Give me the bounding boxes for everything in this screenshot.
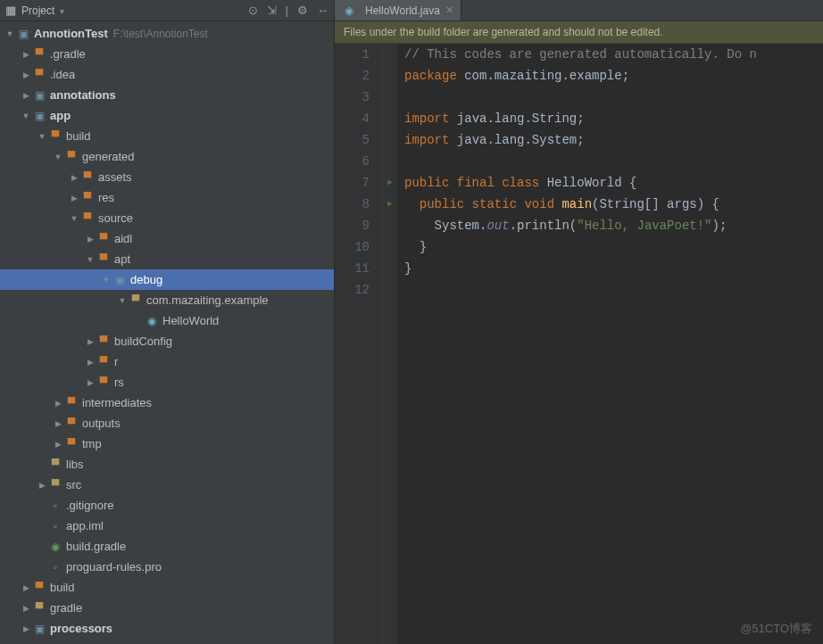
gutter-mark[interactable]: ▶ xyxy=(383,194,397,215)
tree-node[interactable]: ◉HelloWorld xyxy=(0,310,334,331)
tree-node[interactable]: ▀gradle xyxy=(0,598,334,618)
tree-node[interactable]: ▀build xyxy=(0,126,334,146)
gutter-mark xyxy=(383,279,397,301)
expand-arrow[interactable] xyxy=(100,276,112,285)
tree-node[interactable]: ▀src xyxy=(0,475,334,495)
tree-node-label: com.mazaiting.example xyxy=(146,293,269,307)
expand-arrow[interactable] xyxy=(20,583,32,592)
folder-norm-icon: ▀ xyxy=(32,601,46,615)
tree-node-label: build xyxy=(50,581,74,594)
tree-root[interactable]: ▣ AnnotionTest F:\test\AnnotionTest xyxy=(0,23,334,44)
divider: | xyxy=(286,4,288,17)
tree-node[interactable]: ▣processors xyxy=(0,618,334,639)
sidebar-header: ▦ Project ▾ ⊙ ⇲ | ⚙ ↔ xyxy=(0,0,334,21)
tree-node[interactable]: ▀.gradle xyxy=(0,44,334,64)
file-plain-icon: ▫ xyxy=(48,519,62,533)
tree-node[interactable]: ▫.gitignore xyxy=(0,495,334,516)
code-line[interactable] xyxy=(404,87,823,108)
expand-arrow[interactable] xyxy=(52,440,64,449)
tree-node[interactable]: ▀libs xyxy=(0,454,334,475)
code-line[interactable]: } xyxy=(404,236,823,258)
expand-arrow[interactable] xyxy=(84,378,96,387)
tree-node[interactable]: ▀rs xyxy=(0,372,334,392)
hide-icon[interactable]: ↔ xyxy=(317,4,328,17)
tree-node-label: proguard-rules.pro xyxy=(66,560,162,574)
expand-arrow[interactable] xyxy=(84,255,96,264)
folder-red-icon: ▀ xyxy=(32,47,46,62)
code-line[interactable]: } xyxy=(404,258,823,279)
tree-node[interactable]: ▣annotations xyxy=(0,85,334,105)
expand-arrow[interactable] xyxy=(116,296,129,305)
project-path: F:\test\AnnotionTest xyxy=(113,28,208,40)
code-line[interactable]: import java.lang.String; xyxy=(404,108,823,129)
tree-node[interactable]: ▀buildConfig xyxy=(0,331,334,351)
line-number: 2 xyxy=(335,65,370,87)
expand-arrow[interactable] xyxy=(84,358,96,367)
locate-icon[interactable]: ⊙ xyxy=(248,4,258,17)
tree-node-label: source xyxy=(98,211,133,225)
project-tree[interactable]: ▣ AnnotionTest F:\test\AnnotionTest ▀.gr… xyxy=(0,21,334,644)
tree-node[interactable]: ▀generated xyxy=(0,146,334,167)
tree-node[interactable]: ▀intermediates xyxy=(0,392,334,413)
code-area[interactable]: 123456789101112 ▶▶ // This codes are gen… xyxy=(335,44,823,644)
expand-arrow[interactable] xyxy=(68,194,80,202)
expand-arrow[interactable] xyxy=(4,29,16,38)
close-icon[interactable]: ✕ xyxy=(445,4,453,16)
expand-arrow[interactable] xyxy=(20,50,32,59)
code-content[interactable]: // This codes are generated automaticall… xyxy=(397,44,823,644)
tree-node[interactable]: ▀com.mazaiting.example xyxy=(0,290,334,310)
tree-node[interactable]: ▀tmp xyxy=(0,433,334,454)
folder-norm-icon: ▀ xyxy=(129,293,143,308)
line-number: 3 xyxy=(335,87,370,108)
code-line[interactable]: public final class HelloWorld { xyxy=(404,172,823,194)
expand-arrow[interactable] xyxy=(20,91,32,100)
expand-arrow[interactable] xyxy=(84,235,96,244)
tree-node[interactable]: ▀.idea xyxy=(0,64,334,85)
module-icon: ▣ xyxy=(16,27,30,41)
tree-node[interactable]: ▀r xyxy=(0,351,334,372)
tree-node[interactable]: ▫proguard-rules.pro xyxy=(0,557,334,577)
code-line[interactable]: public static void main(String[] args) { xyxy=(404,194,823,215)
expand-arrow[interactable] xyxy=(68,173,80,182)
expand-arrow[interactable] xyxy=(20,111,32,120)
expand-arrow[interactable] xyxy=(52,153,64,161)
project-name: AnnotionTest xyxy=(34,27,108,40)
code-line[interactable]: // This codes are generated automaticall… xyxy=(404,44,823,65)
folder-red-icon: ▀ xyxy=(32,581,46,595)
folder-red-icon: ▀ xyxy=(64,150,79,164)
tab-helloworld[interactable]: ◉ HelloWorld.java ✕ xyxy=(335,0,461,21)
expand-arrow[interactable] xyxy=(52,419,64,428)
tree-node[interactable]: ▀assets xyxy=(0,167,334,187)
tree-node[interactable]: ▫app.iml xyxy=(0,516,334,536)
collapse-icon[interactable]: ⇲ xyxy=(267,4,277,17)
tree-node[interactable]: ▀aidl xyxy=(0,228,334,249)
tree-node[interactable]: ▀build xyxy=(0,577,334,598)
expand-arrow[interactable] xyxy=(68,214,80,223)
project-icon: ▦ xyxy=(5,4,16,17)
expand-arrow[interactable] xyxy=(52,399,64,408)
expand-arrow[interactable] xyxy=(36,481,48,490)
project-view-dropdown[interactable]: ▾ xyxy=(60,4,242,17)
tree-node[interactable]: ▀source xyxy=(0,208,334,228)
folder-mod-icon: ▣ xyxy=(32,622,46,636)
tree-node[interactable]: ▀apt xyxy=(0,249,334,269)
gutter-mark xyxy=(383,236,397,258)
code-line[interactable] xyxy=(404,151,823,172)
tree-node[interactable]: ▣debug xyxy=(0,269,334,290)
expand-arrow[interactable] xyxy=(36,132,48,141)
code-line[interactable]: System.out.println("Hello, JavaPoet!"); xyxy=(404,215,823,236)
tree-node[interactable]: ▣app xyxy=(0,105,334,126)
expand-arrow[interactable] xyxy=(84,337,96,346)
code-line[interactable]: package com.mazaiting.example; xyxy=(404,65,823,87)
tree-node[interactable]: ▀outputs xyxy=(0,413,334,433)
expand-arrow[interactable] xyxy=(20,604,32,613)
gear-icon[interactable]: ⚙ xyxy=(297,4,308,17)
tree-node[interactable]: ◉build.gradle xyxy=(0,536,334,557)
tree-node[interactable]: ▀res xyxy=(0,187,334,208)
expand-arrow[interactable] xyxy=(20,624,32,633)
tree-node-label: generated xyxy=(82,150,135,163)
code-line[interactable]: import java.lang.System; xyxy=(404,129,823,151)
expand-arrow[interactable] xyxy=(20,70,32,79)
gutter-mark[interactable]: ▶ xyxy=(383,172,397,194)
code-line[interactable] xyxy=(404,279,823,301)
